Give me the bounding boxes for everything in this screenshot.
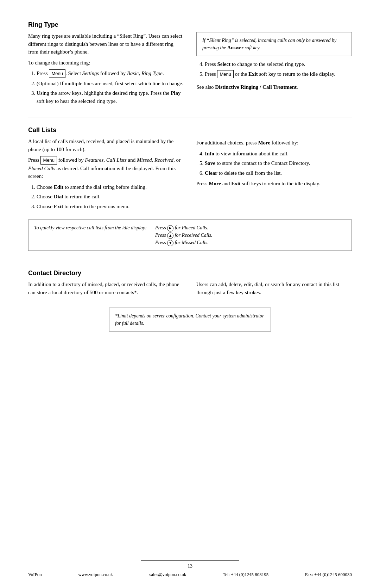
divider-1: [28, 118, 352, 118]
footer-fax: Fax: +44 (0)1245 600030: [305, 572, 352, 577]
menu-key-2: Menu: [217, 70, 234, 79]
more-bold: More: [258, 140, 270, 146]
call-lists-intro: A local list of calls missed, received, …: [28, 137, 184, 153]
placed-italic: Placed Calls: [28, 166, 55, 171]
settings-italic: Settings: [82, 70, 99, 76]
call-lists-steps-right: Info to view information about the call.…: [205, 150, 352, 177]
call-list-step-1: Choose Edit to amend the dial string bef…: [37, 183, 184, 191]
dial-bold: Dial: [54, 194, 63, 199]
play-bold: Play: [171, 90, 180, 96]
call-lists-steps-left: Choose Edit to amend the dial string bef…: [37, 183, 184, 211]
exit-bold: Exit: [248, 71, 258, 77]
contact-directory-left: In addition to a directory of missed, pl…: [28, 280, 184, 299]
exit2-bold: Exit: [54, 204, 63, 209]
call-list-step-3: Choose Exit to return to the previous me…: [37, 203, 184, 211]
footer-info-bar: VoIPon www.voipon.co.uk sales@voipon.co.…: [0, 572, 380, 577]
ring-type-step-3: Using the arrow keys, highlight the desi…: [37, 89, 184, 105]
contact-directory-columns: In addition to a directory of missed, pl…: [28, 280, 352, 299]
received-italic: Received: [154, 157, 173, 163]
save-bold: Save: [205, 160, 215, 166]
call-lists-callout-wrapper: To quickly view respective call lists fr…: [28, 219, 352, 251]
ring-type-section: Ring Type Many ring types are available …: [28, 21, 352, 108]
down-arrow-icon: ▼: [167, 240, 173, 246]
contact-directory-right: Users can add, delete, edit, dial, or se…: [196, 280, 352, 299]
missed-italic: Missed: [137, 157, 152, 163]
features-italic: Features, Call Lists: [85, 157, 127, 163]
call-list-step-4: Info to view information about the call.: [205, 150, 352, 158]
basic-ring-italic: Basic, Ring Type: [127, 70, 163, 76]
callout-right-text: Press ► for Placed Calls. Press ▲ for Re…: [155, 224, 213, 246]
ring-type-intro: Many ring types are available including …: [28, 32, 184, 56]
call-lists-right: For additional choices, press More follo…: [196, 137, 352, 191]
call-list-step-2: Choose Dial to return the call.: [37, 193, 184, 201]
callout-left-text: To quickly view respective call lists fr…: [34, 224, 147, 246]
right-arrow-icon: ►: [167, 225, 173, 231]
call-lists-title: Call Lists: [28, 126, 352, 134]
ring-type-step-2: (Optional) If multiple lines are used, f…: [37, 80, 184, 88]
call-list-step-6: Clear to delete the call from the list.: [205, 169, 352, 177]
placed-calls-note: Press ► for Placed Calls.: [155, 224, 213, 231]
contact-directory-callout-wrapper: *Limit depends on server configuration. …: [28, 308, 352, 336]
edit-bold: Edit: [54, 184, 64, 190]
ring-type-callout: If “Silent Ring” is selected, incoming c…: [196, 32, 352, 56]
contact-directory-section: Contact Directory In addition to a direc…: [28, 270, 352, 336]
see-also-text: See also Distinctive Ringing / Call Trea…: [196, 83, 352, 91]
ring-type-step-5: Press Menu or the Exit soft key to retur…: [205, 70, 352, 79]
missed-calls-note: Press ▼ for Missed Calls.: [155, 239, 213, 246]
footer-email: sales@voipon.co.uk: [149, 572, 186, 577]
divider-2: [28, 261, 352, 261]
received-calls-note: Press ▲ for Received Calls.: [155, 231, 213, 239]
call-lists-more-exit: Press More and Exit soft keys to return …: [196, 180, 352, 188]
call-lists-callout: To quickly view respective call lists fr…: [28, 219, 352, 251]
contact-directory-title: Contact Directory: [28, 270, 352, 277]
more-exit-bold1: More: [209, 181, 221, 186]
call-lists-right-intro: For additional choices, press More follo…: [196, 139, 352, 147]
info-bold: Info: [205, 151, 214, 156]
footer-divider: [141, 560, 239, 561]
menu-key-1: Menu: [49, 69, 65, 78]
ring-type-left: Many ring types are available including …: [28, 32, 184, 108]
call-lists-columns: A local list of calls missed, received, …: [28, 137, 352, 213]
page-content: Ring Type Many ring types are available …: [0, 0, 380, 588]
clear-bold: Clear: [205, 170, 217, 176]
distinctive-bold: Distinctive Ringing / Call Treatment: [215, 84, 297, 90]
answer-bold: Answer: [227, 45, 243, 50]
contact-directory-left-text: In addition to a directory of missed, pl…: [28, 280, 184, 296]
call-list-step-5: Save to store the contact to the Contact…: [205, 159, 352, 167]
up-arrow-icon: ▲: [167, 233, 173, 239]
contact-directory-right-text: Users can add, delete, edit, dial, or se…: [196, 280, 352, 296]
menu-key-3: Menu: [40, 156, 57, 165]
footer-brand: VoIPon: [28, 572, 42, 577]
ring-type-step-4: Press Select to change to the selected r…: [205, 60, 352, 68]
page-number: 13: [188, 563, 192, 569]
more-exit-bold2: Exit: [231, 181, 241, 186]
call-lists-menu-text: Press Menu followed by Features, Call Li…: [28, 156, 184, 180]
footer-tel: Tel: +44 (0)1245 808195: [223, 572, 268, 577]
contact-directory-callout: *Limit depends on server configuration. …: [109, 308, 271, 332]
page-footer: 13 VoIPon www.voipon.co.uk sales@voipon.…: [0, 560, 380, 577]
call-lists-left: A local list of calls missed, received, …: [28, 137, 184, 213]
ring-type-columns: Many ring types are available including …: [28, 32, 352, 108]
ring-type-step-1: Press Menu. Select Settings followed by …: [37, 69, 184, 78]
select-bold: Select: [217, 61, 230, 67]
ring-type-steps-right: Press Select to change to the selected r…: [205, 60, 352, 78]
footer-website: www.voipon.co.uk: [78, 572, 113, 577]
ring-type-steps-left: Press Menu. Select Settings followed by …: [37, 69, 184, 105]
ring-type-title: Ring Type: [28, 21, 352, 29]
ring-type-subheading: To change the incoming ring:: [28, 59, 184, 67]
ring-type-right: If “Silent Ring” is selected, incoming c…: [196, 32, 352, 94]
call-lists-section: Call Lists A local list of calls missed,…: [28, 126, 352, 251]
